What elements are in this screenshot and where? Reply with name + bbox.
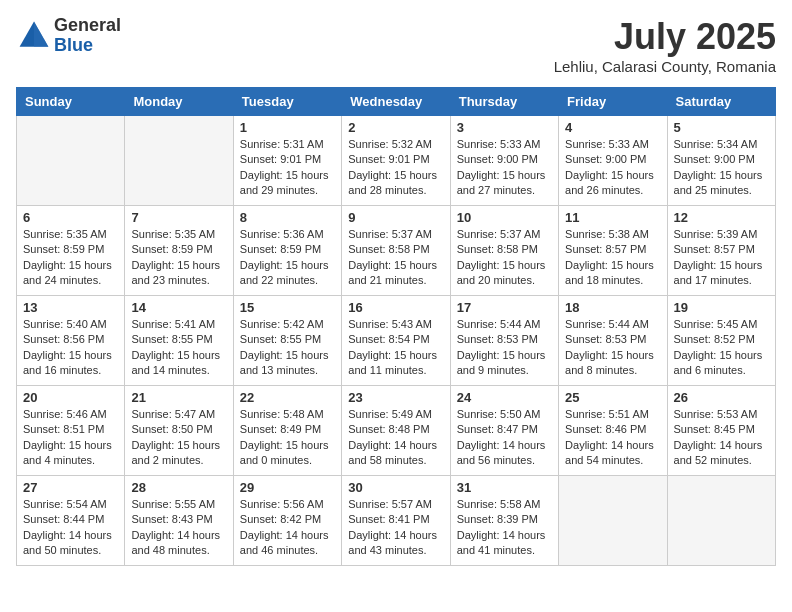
- day-number: 24: [457, 390, 552, 405]
- day-number: 11: [565, 210, 660, 225]
- day-info: Sunrise: 5:49 AM Sunset: 8:48 PM Dayligh…: [348, 407, 443, 469]
- day-cell: 20Sunrise: 5:46 AM Sunset: 8:51 PM Dayli…: [17, 386, 125, 476]
- day-number: 12: [674, 210, 769, 225]
- day-number: 20: [23, 390, 118, 405]
- day-info: Sunrise: 5:31 AM Sunset: 9:01 PM Dayligh…: [240, 137, 335, 199]
- day-number: 28: [131, 480, 226, 495]
- day-info: Sunrise: 5:55 AM Sunset: 8:43 PM Dayligh…: [131, 497, 226, 559]
- day-info: Sunrise: 5:41 AM Sunset: 8:55 PM Dayligh…: [131, 317, 226, 379]
- header-row: SundayMondayTuesdayWednesdayThursdayFrid…: [17, 88, 776, 116]
- day-number: 17: [457, 300, 552, 315]
- day-number: 9: [348, 210, 443, 225]
- day-cell: 29Sunrise: 5:56 AM Sunset: 8:42 PM Dayli…: [233, 476, 341, 566]
- day-cell: 16Sunrise: 5:43 AM Sunset: 8:54 PM Dayli…: [342, 296, 450, 386]
- page-header: General Blue July 2025 Lehliu, Calarasi …: [16, 16, 776, 75]
- day-info: Sunrise: 5:35 AM Sunset: 8:59 PM Dayligh…: [131, 227, 226, 289]
- col-header-sunday: Sunday: [17, 88, 125, 116]
- day-cell: 24Sunrise: 5:50 AM Sunset: 8:47 PM Dayli…: [450, 386, 558, 476]
- day-info: Sunrise: 5:39 AM Sunset: 8:57 PM Dayligh…: [674, 227, 769, 289]
- day-cell: 17Sunrise: 5:44 AM Sunset: 8:53 PM Dayli…: [450, 296, 558, 386]
- col-header-thursday: Thursday: [450, 88, 558, 116]
- day-info: Sunrise: 5:32 AM Sunset: 9:01 PM Dayligh…: [348, 137, 443, 199]
- day-cell: [125, 116, 233, 206]
- day-number: 21: [131, 390, 226, 405]
- day-info: Sunrise: 5:43 AM Sunset: 8:54 PM Dayligh…: [348, 317, 443, 379]
- day-info: Sunrise: 5:50 AM Sunset: 8:47 PM Dayligh…: [457, 407, 552, 469]
- logo: General Blue: [16, 16, 121, 56]
- day-number: 25: [565, 390, 660, 405]
- day-info: Sunrise: 5:57 AM Sunset: 8:41 PM Dayligh…: [348, 497, 443, 559]
- logo-text: General Blue: [54, 16, 121, 56]
- month-year-title: July 2025: [554, 16, 776, 58]
- day-number: 13: [23, 300, 118, 315]
- day-cell: 27Sunrise: 5:54 AM Sunset: 8:44 PM Dayli…: [17, 476, 125, 566]
- day-info: Sunrise: 5:56 AM Sunset: 8:42 PM Dayligh…: [240, 497, 335, 559]
- day-info: Sunrise: 5:44 AM Sunset: 8:53 PM Dayligh…: [457, 317, 552, 379]
- day-number: 4: [565, 120, 660, 135]
- logo-icon: [16, 18, 52, 54]
- day-cell: 8Sunrise: 5:36 AM Sunset: 8:59 PM Daylig…: [233, 206, 341, 296]
- day-cell: 10Sunrise: 5:37 AM Sunset: 8:58 PM Dayli…: [450, 206, 558, 296]
- day-info: Sunrise: 5:35 AM Sunset: 8:59 PM Dayligh…: [23, 227, 118, 289]
- day-cell: 4Sunrise: 5:33 AM Sunset: 9:00 PM Daylig…: [559, 116, 667, 206]
- day-info: Sunrise: 5:54 AM Sunset: 8:44 PM Dayligh…: [23, 497, 118, 559]
- day-cell: 22Sunrise: 5:48 AM Sunset: 8:49 PM Dayli…: [233, 386, 341, 476]
- day-cell: 26Sunrise: 5:53 AM Sunset: 8:45 PM Dayli…: [667, 386, 775, 476]
- day-number: 14: [131, 300, 226, 315]
- day-info: Sunrise: 5:34 AM Sunset: 9:00 PM Dayligh…: [674, 137, 769, 199]
- col-header-monday: Monday: [125, 88, 233, 116]
- day-cell: [667, 476, 775, 566]
- day-number: 7: [131, 210, 226, 225]
- day-number: 3: [457, 120, 552, 135]
- day-info: Sunrise: 5:33 AM Sunset: 9:00 PM Dayligh…: [565, 137, 660, 199]
- day-cell: 21Sunrise: 5:47 AM Sunset: 8:50 PM Dayli…: [125, 386, 233, 476]
- day-cell: 5Sunrise: 5:34 AM Sunset: 9:00 PM Daylig…: [667, 116, 775, 206]
- day-cell: 2Sunrise: 5:32 AM Sunset: 9:01 PM Daylig…: [342, 116, 450, 206]
- day-info: Sunrise: 5:40 AM Sunset: 8:56 PM Dayligh…: [23, 317, 118, 379]
- day-info: Sunrise: 5:44 AM Sunset: 8:53 PM Dayligh…: [565, 317, 660, 379]
- day-info: Sunrise: 5:33 AM Sunset: 9:00 PM Dayligh…: [457, 137, 552, 199]
- day-number: 30: [348, 480, 443, 495]
- week-row-3: 13Sunrise: 5:40 AM Sunset: 8:56 PM Dayli…: [17, 296, 776, 386]
- day-info: Sunrise: 5:38 AM Sunset: 8:57 PM Dayligh…: [565, 227, 660, 289]
- day-cell: 15Sunrise: 5:42 AM Sunset: 8:55 PM Dayli…: [233, 296, 341, 386]
- day-cell: 18Sunrise: 5:44 AM Sunset: 8:53 PM Dayli…: [559, 296, 667, 386]
- day-info: Sunrise: 5:46 AM Sunset: 8:51 PM Dayligh…: [23, 407, 118, 469]
- day-cell: 19Sunrise: 5:45 AM Sunset: 8:52 PM Dayli…: [667, 296, 775, 386]
- day-number: 16: [348, 300, 443, 315]
- svg-marker-1: [34, 21, 48, 46]
- day-info: Sunrise: 5:36 AM Sunset: 8:59 PM Dayligh…: [240, 227, 335, 289]
- day-cell: [17, 116, 125, 206]
- week-row-5: 27Sunrise: 5:54 AM Sunset: 8:44 PM Dayli…: [17, 476, 776, 566]
- day-cell: 23Sunrise: 5:49 AM Sunset: 8:48 PM Dayli…: [342, 386, 450, 476]
- week-row-1: 1Sunrise: 5:31 AM Sunset: 9:01 PM Daylig…: [17, 116, 776, 206]
- day-cell: 7Sunrise: 5:35 AM Sunset: 8:59 PM Daylig…: [125, 206, 233, 296]
- day-number: 26: [674, 390, 769, 405]
- day-cell: 28Sunrise: 5:55 AM Sunset: 8:43 PM Dayli…: [125, 476, 233, 566]
- day-info: Sunrise: 5:53 AM Sunset: 8:45 PM Dayligh…: [674, 407, 769, 469]
- col-header-tuesday: Tuesday: [233, 88, 341, 116]
- week-row-4: 20Sunrise: 5:46 AM Sunset: 8:51 PM Dayli…: [17, 386, 776, 476]
- day-info: Sunrise: 5:51 AM Sunset: 8:46 PM Dayligh…: [565, 407, 660, 469]
- col-header-saturday: Saturday: [667, 88, 775, 116]
- day-info: Sunrise: 5:45 AM Sunset: 8:52 PM Dayligh…: [674, 317, 769, 379]
- day-info: Sunrise: 5:47 AM Sunset: 8:50 PM Dayligh…: [131, 407, 226, 469]
- day-number: 2: [348, 120, 443, 135]
- calendar-table: SundayMondayTuesdayWednesdayThursdayFrid…: [16, 87, 776, 566]
- day-number: 18: [565, 300, 660, 315]
- day-number: 5: [674, 120, 769, 135]
- day-info: Sunrise: 5:58 AM Sunset: 8:39 PM Dayligh…: [457, 497, 552, 559]
- day-number: 22: [240, 390, 335, 405]
- day-cell: 1Sunrise: 5:31 AM Sunset: 9:01 PM Daylig…: [233, 116, 341, 206]
- day-number: 29: [240, 480, 335, 495]
- day-number: 8: [240, 210, 335, 225]
- day-cell: 9Sunrise: 5:37 AM Sunset: 8:58 PM Daylig…: [342, 206, 450, 296]
- day-number: 10: [457, 210, 552, 225]
- day-number: 27: [23, 480, 118, 495]
- day-number: 6: [23, 210, 118, 225]
- location-subtitle: Lehliu, Calarasi County, Romania: [554, 58, 776, 75]
- day-cell: 25Sunrise: 5:51 AM Sunset: 8:46 PM Dayli…: [559, 386, 667, 476]
- day-number: 15: [240, 300, 335, 315]
- col-header-friday: Friday: [559, 88, 667, 116]
- day-info: Sunrise: 5:42 AM Sunset: 8:55 PM Dayligh…: [240, 317, 335, 379]
